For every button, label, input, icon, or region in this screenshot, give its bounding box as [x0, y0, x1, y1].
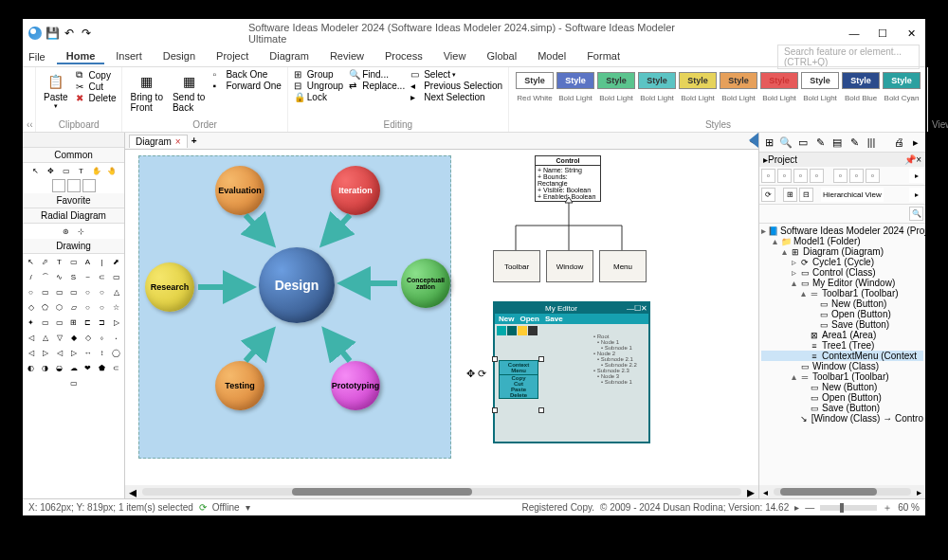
shape-tool[interactable]: ⌒	[39, 270, 51, 283]
shape-tool[interactable]: ▷	[67, 346, 80, 359]
style-chip[interactable]: Style	[720, 72, 757, 89]
context-menu-item[interactable]: Delete	[500, 392, 538, 398]
shape-tool[interactable]: ▽	[53, 331, 65, 344]
shape-tool[interactable]: ▷	[39, 346, 51, 359]
close-tab-icon[interactable]: ×	[175, 136, 181, 147]
tree-item[interactable]: ⊠Area1 (Area)	[761, 330, 923, 340]
shape-tool[interactable]: ◯	[110, 346, 122, 359]
style-chip[interactable]: Style	[516, 72, 554, 89]
ungroup-button[interactable]: ⊟Ungroup	[292, 81, 345, 91]
tree-item[interactable]: ▹⟳Cycle1 (Cycle)	[761, 257, 923, 267]
shape-tool[interactable]: ☁	[67, 361, 80, 374]
shape-tool[interactable]: ◁	[25, 331, 37, 344]
shape-tool[interactable]: ⬨	[96, 331, 108, 344]
shape-tool[interactable]: ○	[82, 300, 94, 314]
tree-twisty-icon[interactable]: ▸	[761, 226, 766, 236]
shape-tool[interactable]: ⬟	[96, 361, 108, 374]
ribbon-tab-global[interactable]: Global	[477, 49, 526, 64]
shape-tool[interactable]: A	[82, 255, 94, 268]
pt-icon[interactable]: ▫	[810, 169, 824, 183]
drawing-section[interactable]: Drawing	[23, 239, 124, 254]
shape-tool[interactable]: ◇	[25, 300, 37, 314]
shape-tool[interactable]: ▭	[67, 285, 80, 298]
editor-open-button[interactable]: Open	[520, 315, 538, 323]
shape-tool[interactable]: ◁	[25, 346, 37, 359]
tool[interactable]	[82, 179, 96, 192]
undo-icon[interactable]: ↶	[63, 27, 76, 40]
close-panel-icon[interactable]: ×	[916, 154, 921, 165]
tree-twisty-icon[interactable]: ▴	[780, 246, 788, 257]
bring-to-front-button[interactable]: ▦Bring to Front	[126, 69, 166, 115]
style-chip[interactable]: Style	[679, 72, 717, 89]
tool-icon[interactable]: ✎	[847, 135, 862, 150]
find-button[interactable]: 🔍Find...	[347, 69, 407, 80]
project-tree[interactable]: ▸📘Software Ideas Modeler 2024 (Project▴📁…	[759, 224, 925, 485]
editor-new-button[interactable]: New	[499, 315, 514, 323]
shape-tool[interactable]: ○	[82, 285, 94, 298]
maximize-button[interactable]: ☐	[868, 19, 897, 47]
shape-tool[interactable]: ⊂	[110, 361, 122, 374]
shape-tool[interactable]: ⊐	[96, 316, 108, 329]
shape-tool[interactable]: ○	[96, 285, 108, 298]
ribbon-tab-model[interactable]: Model	[528, 49, 575, 64]
pt-icon[interactable]: ⊞	[783, 188, 797, 202]
minimize-button[interactable]: ―	[840, 19, 868, 47]
tree-item[interactable]: ↘[Window (Class) → Contro	[761, 413, 923, 424]
tool-icon[interactable]: ▤	[830, 135, 845, 150]
pt-icon[interactable]: ▫	[761, 169, 775, 183]
editor-save-button[interactable]: Save	[545, 315, 563, 323]
tool-icon[interactable]: 🔍	[778, 135, 793, 150]
editor-tree-node[interactable]: • Subnode 1	[593, 379, 647, 385]
canvas-tab-diagram[interactable]: Diagram×	[129, 135, 188, 148]
hand-tool[interactable]: ✋	[90, 164, 103, 177]
canvas[interactable]: Design Evaluation Iteration Research Con…	[125, 150, 758, 485]
tool-icon[interactable]: ▭	[795, 135, 811, 150]
tree-twisty-icon[interactable]: ▴	[790, 278, 797, 288]
shape-tool[interactable]: S	[67, 270, 80, 283]
scroll-right-icon[interactable]: ▸	[917, 487, 921, 497]
ribbon-tab-diagram[interactable]: Diagram	[260, 49, 319, 64]
pt-icon[interactable]: ⟳	[761, 188, 775, 202]
shape-tool[interactable]: ▱	[67, 300, 80, 314]
pt-icon[interactable]: ▫	[849, 169, 864, 183]
tree-item[interactable]: ▭Window (Class)	[761, 361, 923, 371]
style-chip[interactable]: Style	[556, 72, 594, 89]
pt-icon[interactable]: ▫	[866, 169, 880, 183]
swatch[interactable]	[518, 326, 527, 335]
tool-icon[interactable]: ⊞	[761, 135, 776, 150]
tree-item[interactable]: ▴⊞Diagram (Diagram)	[761, 246, 923, 257]
tool-icon[interactable]: |||	[864, 135, 879, 150]
swatch[interactable]	[507, 326, 517, 335]
uml-window[interactable]: Window	[546, 250, 593, 282]
shape-tool[interactable]: ▭	[67, 376, 81, 389]
ribbon-tab-review[interactable]: Review	[320, 49, 374, 64]
tool[interactable]	[52, 179, 65, 192]
shape-tool[interactable]: ▭	[39, 316, 51, 329]
ribbon-tab-insert[interactable]: Insert	[106, 49, 152, 64]
common-section[interactable]: Common	[23, 148, 124, 163]
ribbon-tab-view[interactable]: View	[434, 49, 476, 64]
tool-icon[interactable]: ✎	[812, 135, 828, 150]
editor-close-icon[interactable]: ✕	[641, 304, 647, 313]
editor-min-icon[interactable]: ―	[627, 304, 634, 313]
tree-item[interactable]: ▹▭Control (Class)	[761, 267, 923, 278]
resize-handle[interactable]	[492, 356, 498, 362]
style-chip[interactable]: Style	[597, 72, 635, 89]
next-selection-button[interactable]: ▸Next Selection	[409, 92, 504, 102]
paste-button[interactable]: 📋Paste▾	[40, 69, 72, 112]
shape-tool[interactable]: ◑	[39, 361, 51, 374]
tool[interactable]	[67, 179, 81, 192]
prev-selection-button[interactable]: ◂Previous Selection	[409, 81, 504, 91]
chevron-right-icon[interactable]: ▸	[909, 188, 923, 202]
shape-tool[interactable]: ▷	[110, 316, 122, 329]
shape-tool[interactable]: ▭	[53, 285, 65, 298]
scrollbar-thumb[interactable]	[292, 488, 472, 496]
tree-item[interactable]: ▭Save (Button)	[761, 319, 923, 330]
shape-tool[interactable]: ⬠	[39, 300, 51, 314]
pin-icon[interactable]: 📌	[904, 154, 916, 165]
shape-tool[interactable]: ◁	[53, 346, 65, 359]
pt-icon[interactable]: ▫	[793, 169, 808, 183]
style-chip[interactable]: Style	[801, 72, 839, 89]
shape-tool[interactable]: T	[53, 255, 65, 268]
style-chip[interactable]: Style	[760, 72, 798, 89]
